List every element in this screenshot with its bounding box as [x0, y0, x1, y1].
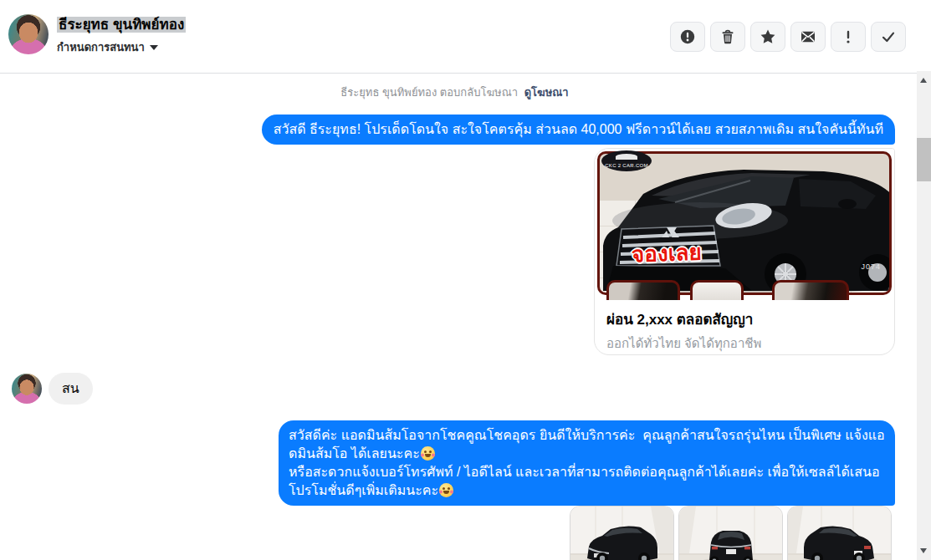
- view-ad-link[interactable]: ดูโฆษณา: [524, 86, 569, 99]
- contact-name: ธีระยุทธ ขุนทิพย์ทอง: [57, 17, 186, 33]
- car-thumbnail-front[interactable]: [570, 506, 674, 560]
- outgoing-admin-message: สวัสดีค่ะ แอดมินส้มโอจากโชคคูณโชคอุดร ยิ…: [279, 420, 895, 506]
- book-now-badge: จองเลย: [631, 235, 702, 272]
- delete-button[interactable]: [710, 22, 745, 52]
- car-ad-card[interactable]: J074 CKC 2 CAR.COM จองเลย ผ่อน 2,xxx ตลอ…: [594, 148, 895, 355]
- conversation-label-dropdown[interactable]: กำหนดการสนทนา: [57, 38, 186, 56]
- ad-reply-notice: ธีระยุทธ ขุนทิพย์ทอง ตอบกลับโฆษณา ดูโฆษณ…: [0, 84, 909, 101]
- report-button[interactable]: [670, 22, 705, 52]
- mark-unread-button[interactable]: [790, 22, 826, 52]
- important-exclamation-icon: [840, 28, 857, 45]
- report-circle-icon: [679, 28, 696, 45]
- smiling-face-with-hearts-emoji: [421, 446, 435, 461]
- mini-photo-interior: [606, 280, 680, 300]
- messenger-conversation-window: ธีระยุทธ ขุนทิพย์ทอง กำหนดการสนทนา: [0, 0, 931, 560]
- contact-avatar: [8, 14, 49, 54]
- trash-icon: [719, 28, 736, 45]
- photo-stock-code: J074: [861, 262, 881, 271]
- conversation-header: ธีระยุทธ ขุนทิพย์ทอง กำหนดการสนทนา: [0, 0, 931, 74]
- contact-avatar-small: [12, 374, 42, 404]
- car-photo-collage: J074 CKC 2 CAR.COM จองเลย: [595, 149, 894, 300]
- mini-photo-seat: [690, 280, 744, 300]
- star-button[interactable]: [750, 22, 785, 52]
- mark-unread-envelope-icon: [800, 28, 816, 45]
- mark-important-button[interactable]: [831, 22, 866, 52]
- star-icon: [760, 28, 776, 45]
- car-thumbnail-rear-right[interactable]: [787, 506, 892, 560]
- ad-card-body: ผ่อน 2,xxx ตลอดสัญญา ออกได้ทั่วไทย จัดได…: [595, 300, 894, 355]
- car-front-left-photo: [570, 507, 673, 560]
- car-thumbnail-rear[interactable]: [678, 506, 783, 560]
- conversation-label: กำหนดการสนทนา: [57, 38, 145, 56]
- message-thread: ธีระยุทธ ขุนทิพย์ทอง ตอบกลับโฆษณา ดูโฆษณ…: [0, 74, 909, 560]
- contact-name-row: ธีระยุทธ ขุนทิพย์ทอง: [57, 16, 186, 34]
- mark-done-button[interactable]: [871, 22, 906, 52]
- scroll-down-arrow[interactable]: [920, 548, 927, 553]
- mark-done-check-icon: [880, 28, 897, 45]
- outgoing-greeting-message: สวัสดี ธีระยุทธ! โปรเด็ดโดนใจ สะใจโคตรคุ…: [262, 115, 895, 145]
- car-photo-attachments: [570, 506, 892, 560]
- chevron-down-icon: [150, 45, 158, 50]
- mini-photo-dashboard: [772, 280, 849, 300]
- ad-card-title: ผ่อน 2,xxx ตลอดสัญญา: [606, 308, 882, 330]
- header-action-toolbar: [670, 22, 906, 52]
- incoming-message: สน: [49, 373, 93, 405]
- notice-text: ธีระยุทธ ขุนทิพย์ทอง ตอบกลับโฆษณา: [340, 86, 518, 99]
- showroom-scene: J074: [597, 151, 892, 295]
- scroll-up-arrow[interactable]: [920, 78, 927, 83]
- scrollbar-thumb[interactable]: [917, 138, 931, 181]
- smiling-face-with-hearts-emoji: [439, 483, 453, 497]
- dealer-logo: CKC 2 CAR.COM: [601, 150, 652, 171]
- car-rear-photo: [679, 507, 782, 560]
- black-sedan-photo: [600, 159, 892, 294]
- car-rear-right-photo: [788, 507, 891, 560]
- vertical-scrollbar[interactable]: [917, 71, 931, 560]
- contact-meta: ธีระยุทธ ขุนทิพย์ทอง กำหนดการสนทนา: [57, 16, 186, 56]
- incoming-message-row: สน: [12, 373, 93, 405]
- ad-card-subtitle: ออกได้ทั่วไทย จัดได้ทุกอาชีพ: [606, 333, 882, 354]
